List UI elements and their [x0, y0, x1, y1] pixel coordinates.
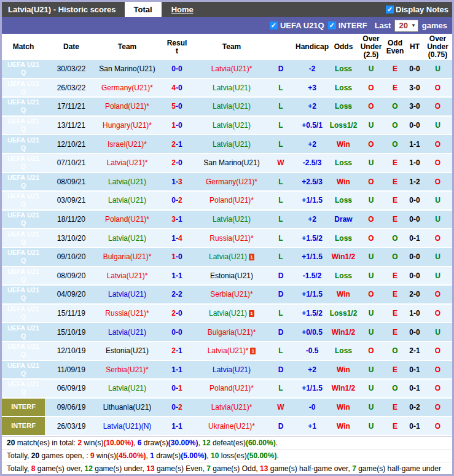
result-letter: L: [266, 117, 295, 135]
handicap-value: -0.5: [295, 342, 329, 360]
column-header: HT: [406, 35, 423, 59]
odd-even: E: [384, 192, 406, 209]
match-date: 15/11/19: [45, 305, 98, 322]
away-team: Ukraine(U21)*: [197, 417, 266, 435]
team-name: Latvia(U21): [213, 140, 251, 149]
odd-even: O: [384, 342, 406, 360]
games-count-select[interactable]: 20 ▼: [394, 20, 418, 32]
team-name: Germany(U21): [101, 84, 150, 92]
odds-result: Loss: [329, 267, 358, 285]
team-name: Ukraine(U21): [208, 422, 252, 431]
odds-result: Win: [329, 417, 358, 435]
column-header: [266, 35, 295, 59]
over-under-0-75: U: [423, 117, 452, 135]
team-name: Russia(U21): [209, 234, 251, 243]
odd-even: E: [384, 154, 406, 172]
home-marker-star: *: [150, 84, 153, 92]
team-name: San Marino(U21): [203, 158, 259, 167]
half-time-score: 1-0: [406, 305, 423, 322]
handicap-value: +1/1.5: [295, 380, 329, 397]
over-under-2-5: U: [358, 117, 384, 135]
checkbox-check-icon[interactable]: ✓: [270, 21, 278, 29]
full-time-score: 2-1: [157, 342, 197, 360]
over-under-2-5: O: [358, 79, 384, 97]
match-date: 12/10/21: [45, 135, 98, 153]
home-marker-star: *: [149, 252, 152, 261]
tab-total[interactable]: Total: [125, 2, 162, 17]
match-row: UEFA U21Q 15/11/19 Russia(U21)* 2-0 Latv…: [2, 305, 452, 322]
away-team: Latvia(U21)*1: [197, 342, 266, 360]
match-date: 04/09/20: [45, 286, 98, 303]
match-date: 18/11/20: [45, 211, 98, 228]
handicap-value: -1.5/2: [295, 267, 329, 285]
red-card-icon: 1: [249, 310, 254, 317]
filter-uefa-u21q[interactable]: ✓ UEFA U21Q: [270, 21, 324, 30]
home-team: Latvia(U21)(N): [98, 417, 157, 435]
top-bar: Latvia(U21) - Historic scores Total Home…: [2, 2, 452, 17]
checkbox-check-icon[interactable]: ✓: [386, 6, 394, 14]
competition-badge: INTERF: [2, 399, 45, 416]
odds-result: Win: [329, 135, 358, 153]
home-team: Israel(U21)*: [98, 135, 157, 153]
full-time-score: 1-1: [157, 417, 197, 435]
competition-badge: UEFA U21Q: [2, 248, 45, 266]
full-time-score: 1-4: [157, 229, 197, 247]
result-letter: L: [266, 79, 295, 97]
full-time-score: 1-1: [157, 361, 197, 379]
team-name: Estonia(U21): [106, 346, 149, 355]
away-team: Poland(U21)*: [197, 380, 266, 397]
handicap-value: +2.5/3: [295, 173, 329, 191]
handicap-value: +1/1.5: [295, 192, 329, 209]
team-name: Latvia(U21): [211, 403, 249, 412]
away-team: San Marino(U21): [197, 154, 266, 172]
half-time-score: 0-0: [406, 323, 423, 341]
odd-even: O: [384, 229, 406, 247]
summary-line: 20 match(es) in total: 2 win(s)(10.00%),…: [2, 437, 452, 450]
match-row: UEFA U21Q 18/11/20 Poland(U21)* 3-1 Latv…: [2, 211, 452, 228]
checkbox-check-icon[interactable]: ✓: [328, 21, 336, 29]
away-team: Latvia(U21)1: [197, 305, 266, 322]
display-notes-toggle[interactable]: ✓ Display Notes: [386, 5, 452, 14]
result-letter: L: [266, 173, 295, 191]
filter-interf[interactable]: ✓ INTERF: [328, 21, 367, 30]
half-time-score: 3-0: [406, 98, 423, 115]
result-letter: L: [266, 192, 295, 209]
column-header: Date: [45, 35, 98, 59]
home-marker-star: *: [249, 64, 252, 73]
result-letter: D: [266, 60, 295, 78]
column-header: Team: [98, 35, 157, 59]
home-marker-star: *: [146, 365, 149, 374]
odds-result: Loss: [329, 60, 358, 78]
odds-result: Loss: [329, 79, 358, 97]
team-name: Latvia(U21): [213, 102, 251, 111]
competition-badge: UEFA U21Q: [2, 173, 45, 191]
half-time-score: 0-0: [406, 117, 423, 135]
tab-home[interactable]: Home: [171, 5, 194, 14]
full-time-score: 0-0: [157, 60, 197, 78]
home-team: Poland(U21)*: [98, 98, 157, 115]
half-time-score: 0-0: [406, 248, 423, 266]
full-time-score: 2-0: [157, 154, 197, 172]
over-under-2-5: U: [358, 417, 384, 435]
match-row: UEFA U21Q 03/09/21 Latvia(U21) 0-2 Polan…: [2, 192, 452, 209]
competition-badge: UEFA U21Q: [2, 211, 45, 228]
team-name: Latvia(U21): [213, 365, 251, 374]
result-letter: W: [266, 399, 295, 416]
over-under-0-75: O: [423, 342, 452, 360]
team-name: Hungary(U21): [103, 121, 149, 130]
summary-line: Totally, 8 game(s) over, 12 game(s) unde…: [2, 462, 452, 475]
half-time-score: 0-1: [406, 229, 423, 247]
team-name: Poland(U21): [209, 196, 251, 205]
match-date: 30/03/22: [45, 60, 98, 78]
home-marker-star: *: [146, 215, 149, 224]
games-label: games: [422, 21, 447, 30]
match-row: UEFA U21Q 06/09/19 Latvia(U21) 0-1 Polan…: [2, 380, 452, 397]
odd-even: O: [384, 98, 406, 115]
full-time-score: 2-0: [157, 305, 197, 322]
competition-badge: UEFA U21Q: [2, 380, 45, 397]
home-marker-star: *: [144, 140, 147, 149]
odds-result: Loss: [329, 229, 358, 247]
over-under-2-5: U: [358, 399, 384, 416]
odds-result: Win: [329, 173, 358, 191]
full-time-score: 1-3: [157, 173, 197, 191]
